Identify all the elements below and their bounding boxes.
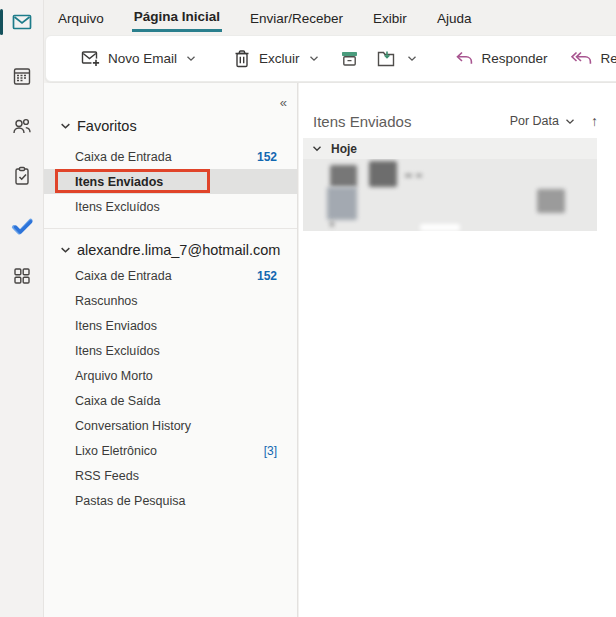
reply-all-button[interactable]: Responder a Todos xyxy=(562,42,616,75)
folder-name: RSS Feeds xyxy=(75,469,277,483)
redacted-content xyxy=(327,187,357,220)
active-indicator xyxy=(0,9,3,35)
menu-enviar-receber[interactable]: Enviar/Receber xyxy=(248,4,345,31)
people-icon xyxy=(10,114,34,138)
group-label: Hoje xyxy=(331,142,357,156)
menu-exibir[interactable]: Exibir xyxy=(371,4,409,31)
outlook-window: Arquivo Página Inicial Enviar/Receber Ex… xyxy=(0,0,616,617)
folder-name: Caixa de Entrada xyxy=(75,269,257,283)
menu-ajuda[interactable]: Ajuda xyxy=(435,4,474,31)
chevron-down-icon xyxy=(309,55,319,62)
tasks-icon xyxy=(10,164,34,188)
folder-name: Arquivo Morto xyxy=(75,369,277,383)
chevron-down-icon xyxy=(312,145,322,152)
reply-all-icon xyxy=(570,48,594,69)
unread-count-badge: 152 xyxy=(257,150,277,164)
rail-mail-button[interactable] xyxy=(0,0,44,44)
account-folder-list: Caixa de Entrada152RascunhosItens Enviad… xyxy=(44,263,297,513)
reply-label: Responder xyxy=(482,51,548,66)
new-email-label: Novo Email xyxy=(108,51,177,66)
folder-name: Pastas de Pesquisa xyxy=(75,494,277,508)
redacted-content xyxy=(537,189,565,213)
redacted-content xyxy=(416,174,422,177)
folder-item-caixa-de-entrada[interactable]: Caixa de Entrada152 xyxy=(44,144,297,169)
nav-rail xyxy=(0,0,44,617)
folder-pane: « Favoritos Caixa de Entrada152Itens Env… xyxy=(44,83,298,617)
menu-bar: Arquivo Página Inicial Enviar/Receber Ex… xyxy=(44,0,616,34)
rail-tasks-button[interactable] xyxy=(0,154,44,198)
new-email-button[interactable]: Novo Email xyxy=(72,42,204,75)
group-header-hoje[interactable]: Hoje xyxy=(303,138,597,159)
account-header[interactable]: alexandre.lima_7@hotmail.com xyxy=(44,237,297,263)
chevron-down-icon xyxy=(565,118,575,125)
reply-icon xyxy=(453,48,475,69)
list-title: Itens Enviados xyxy=(313,113,510,130)
folder-name: Caixa de Entrada xyxy=(75,150,257,164)
folder-name: Lixo Eletrônico xyxy=(75,444,264,458)
delete-label: Excluir xyxy=(259,51,300,66)
archive-button[interactable] xyxy=(331,42,368,75)
folder-name: Caixa de Saída xyxy=(75,394,277,408)
reply-all-label: Responder a Todos xyxy=(601,51,616,66)
chevron-down-icon xyxy=(186,55,196,62)
collapse-pane-icon[interactable]: « xyxy=(280,95,287,110)
redacted-content xyxy=(330,165,357,187)
trash-icon xyxy=(232,48,252,69)
folder-item-arquivo-morto[interactable]: Arquivo Morto xyxy=(44,363,297,388)
redacted-content xyxy=(369,161,397,187)
archive-icon xyxy=(339,48,360,69)
apps-grid-icon xyxy=(10,264,34,288)
folder-name: Itens Excluídos xyxy=(75,344,277,358)
move-to-folder-button[interactable] xyxy=(368,42,425,75)
chevron-down-icon xyxy=(60,122,71,130)
sort-direction-button[interactable]: ↑ xyxy=(591,113,598,129)
todo-check-icon xyxy=(9,213,35,239)
favorites-header[interactable]: Favoritos xyxy=(44,113,297,139)
folder-item-itens-enviados[interactable]: Itens Enviados xyxy=(44,169,297,194)
folder-name: Rascunhos xyxy=(75,294,277,308)
folder-item-conversation-history[interactable]: Conversation History xyxy=(44,413,297,438)
folder-item-itens-exclu-dos[interactable]: Itens Excluídos xyxy=(44,338,297,363)
folder-item-pastas-de-pesquisa[interactable]: Pastas de Pesquisa xyxy=(44,488,297,513)
rail-calendar-button[interactable] xyxy=(0,54,44,98)
folder-name: Conversation History xyxy=(75,419,277,433)
calendar-icon xyxy=(10,64,34,88)
redacted-content xyxy=(405,174,412,177)
tree-separator xyxy=(44,228,297,229)
new-email-icon xyxy=(80,48,101,69)
folder-item-lixo-eletr-nico[interactable]: Lixo Eletrônico[3] xyxy=(44,438,297,463)
favorites-label: Favoritos xyxy=(77,118,137,134)
favorites-list: Caixa de Entrada152Itens EnviadosItens E… xyxy=(44,144,297,219)
redacted-content xyxy=(420,224,460,231)
folder-item-itens-enviados[interactable]: Itens Enviados xyxy=(44,313,297,338)
redacted-content xyxy=(330,221,334,227)
sort-by-button[interactable]: Por Data xyxy=(510,114,575,128)
chevron-down-icon xyxy=(407,55,417,62)
folder-name: Itens Enviados xyxy=(75,175,277,189)
unread-count-badge: [3] xyxy=(264,444,277,458)
rail-todo-button[interactable] xyxy=(0,204,44,248)
folder-name: Itens Enviados xyxy=(75,319,277,333)
folder-item-rss-feeds[interactable]: RSS Feeds xyxy=(44,463,297,488)
message-list-pane: Itens Enviados Por Data ↑ Hoje xyxy=(299,83,616,617)
chevron-down-icon xyxy=(60,246,71,254)
folder-item-itens-exclu-dos[interactable]: Itens Excluídos xyxy=(44,194,297,219)
account-label: alexandre.lima_7@hotmail.com xyxy=(77,242,280,258)
message-list-header: Itens Enviados Por Data ↑ xyxy=(313,109,598,133)
folder-name: Itens Excluídos xyxy=(75,200,277,214)
folder-item-caixa-de-sa-da[interactable]: Caixa de Saída xyxy=(44,388,297,413)
rail-apps-button[interactable] xyxy=(0,254,44,298)
mail-list-item[interactable] xyxy=(303,159,597,231)
delete-button[interactable]: Excluir xyxy=(224,42,327,75)
folder-item-caixa-de-entrada[interactable]: Caixa de Entrada152 xyxy=(44,263,297,288)
sort-by-label: Por Data xyxy=(510,114,559,128)
move-folder-icon xyxy=(376,48,398,69)
ribbon-toolbar: Novo Email Excluir Respon xyxy=(45,35,616,82)
rail-people-button[interactable] xyxy=(0,104,44,148)
reply-button[interactable]: Responder xyxy=(445,42,556,75)
unread-count-badge: 152 xyxy=(257,269,277,283)
menu-arquivo[interactable]: Arquivo xyxy=(56,4,106,31)
menu-pagina-inicial[interactable]: Página Inicial xyxy=(132,2,222,32)
folder-item-rascunhos[interactable]: Rascunhos xyxy=(44,288,297,313)
mail-icon xyxy=(10,10,34,34)
